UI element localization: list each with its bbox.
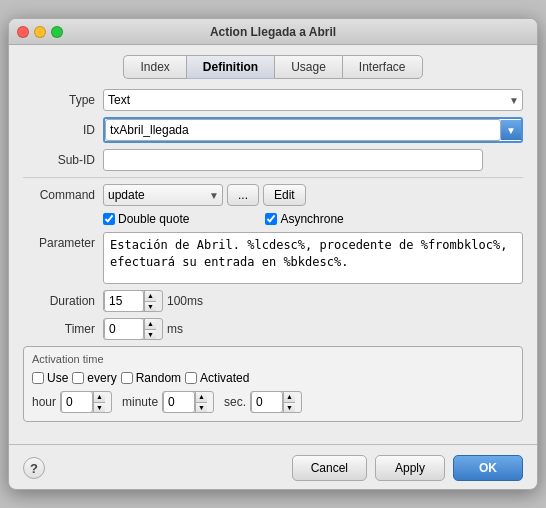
timer-spinner-buttons: ▲ ▼: [144, 319, 156, 339]
tab-bar: Index Definition Usage Interface: [23, 55, 523, 79]
timer-row: Timer 0 ▲ ▼ ms: [23, 318, 523, 340]
asynchrone-label: Asynchrone: [280, 212, 343, 226]
sec-spinner-buttons: ▲ ▼: [283, 392, 295, 412]
duration-row: Duration 15 ▲ ▼ 100ms: [23, 290, 523, 312]
hour-spinner: 0 ▲ ▼: [60, 391, 112, 413]
timer-spinner: 0 ▲ ▼: [103, 318, 163, 340]
sec-input[interactable]: 0: [251, 391, 283, 413]
subid-row: Sub-ID: [23, 149, 523, 171]
activated-checkbox-label[interactable]: Activated: [185, 371, 249, 385]
minute-down-button[interactable]: ▼: [196, 403, 207, 413]
minute-spinner: 0 ▲ ▼: [162, 391, 214, 413]
tab-index[interactable]: Index: [123, 55, 185, 79]
duration-up-button[interactable]: ▲: [145, 291, 156, 302]
parameter-textarea[interactable]: Estación de Abril. %lcdesc%, procedente …: [103, 232, 523, 284]
duration-down-button[interactable]: ▼: [145, 302, 156, 312]
tab-usage[interactable]: Usage: [274, 55, 342, 79]
timer-input[interactable]: 0: [104, 318, 144, 340]
duration-spinner: 15 ▲ ▼: [103, 290, 163, 312]
use-checkbox-label[interactable]: Use: [32, 371, 68, 385]
command-label: Command: [23, 188, 95, 202]
divider: [23, 177, 523, 178]
ok-button[interactable]: OK: [453, 455, 523, 481]
hour-input[interactable]: 0: [61, 391, 93, 413]
type-label: Type: [23, 93, 95, 107]
main-window: Action Llegada a Abril Index Definition …: [8, 18, 538, 490]
cancel-button[interactable]: Cancel: [292, 455, 367, 481]
timer-up-button[interactable]: ▲: [145, 319, 156, 330]
id-input[interactable]: txAbril_llegada: [105, 119, 501, 141]
random-label: Random: [136, 371, 181, 385]
type-select[interactable]: Text: [103, 89, 523, 111]
bottom-bar: ? Cancel Apply OK: [9, 444, 537, 489]
apply-button[interactable]: Apply: [375, 455, 445, 481]
checkboxes-row: Double quote Asynchrone: [103, 212, 523, 226]
use-label: Use: [47, 371, 68, 385]
tab-interface[interactable]: Interface: [342, 55, 423, 79]
maximize-button[interactable]: [51, 26, 63, 38]
traffic-lights: [17, 26, 63, 38]
hour-label: hour: [32, 395, 56, 409]
minute-label: minute: [122, 395, 158, 409]
close-button[interactable]: [17, 26, 29, 38]
asynchrone-checkbox-label[interactable]: Asynchrone: [265, 212, 343, 226]
content-area: Index Definition Usage Interface Type Te…: [9, 45, 537, 436]
activation-section: Activation time Use every Random Activa: [23, 346, 523, 422]
every-label: every: [87, 371, 116, 385]
hour-spinner-buttons: ▲ ▼: [93, 392, 105, 412]
every-checkbox[interactable]: [72, 372, 84, 384]
timer-down-button[interactable]: ▼: [145, 330, 156, 340]
command-controls: update ▼ ... Edit: [103, 184, 306, 206]
sec-up-button[interactable]: ▲: [284, 392, 295, 403]
id-label: ID: [23, 123, 95, 137]
command-select-wrapper: update ▼: [103, 184, 223, 206]
help-button[interactable]: ?: [23, 457, 45, 479]
every-checkbox-label[interactable]: every: [72, 371, 116, 385]
minute-input[interactable]: 0: [163, 391, 195, 413]
parameter-label: Parameter: [23, 236, 95, 250]
double-quote-checkbox-label[interactable]: Double quote: [103, 212, 189, 226]
action-buttons: Cancel Apply OK: [292, 455, 523, 481]
hour-up-button[interactable]: ▲: [94, 392, 105, 403]
minute-up-button[interactable]: ▲: [196, 392, 207, 403]
duration-input[interactable]: 15: [104, 290, 144, 312]
activated-checkbox[interactable]: [185, 372, 197, 384]
tab-definition[interactable]: Definition: [186, 55, 274, 79]
id-select-wrapper: txAbril_llegada ▼: [103, 117, 523, 143]
use-checkbox[interactable]: [32, 372, 44, 384]
asynchrone-checkbox[interactable]: [265, 213, 277, 225]
timer-label: Timer: [23, 322, 95, 336]
window-title: Action Llegada a Abril: [210, 25, 336, 39]
duration-spinner-buttons: ▲ ▼: [144, 291, 156, 311]
timer-unit: ms: [167, 322, 183, 336]
type-row: Type Text ▼: [23, 89, 523, 111]
sec-label: sec.: [224, 395, 246, 409]
dots-button[interactable]: ...: [227, 184, 259, 206]
subid-input[interactable]: [103, 149, 483, 171]
id-row: ID txAbril_llegada ▼: [23, 117, 523, 143]
random-checkbox-label[interactable]: Random: [121, 371, 181, 385]
type-select-wrapper: Text ▼: [103, 89, 523, 111]
command-select[interactable]: update: [103, 184, 223, 206]
command-row: Command update ▼ ... Edit: [23, 184, 523, 206]
activation-checkboxes-row: Use every Random Activated: [32, 371, 514, 385]
hour-down-button[interactable]: ▼: [94, 403, 105, 413]
sec-down-button[interactable]: ▼: [284, 403, 295, 413]
duration-label: Duration: [23, 294, 95, 308]
double-quote-label: Double quote: [118, 212, 189, 226]
time-fields-row: hour 0 ▲ ▼ minute 0 ▲ ▼ sec.: [32, 391, 514, 413]
edit-button[interactable]: Edit: [263, 184, 306, 206]
subid-label: Sub-ID: [23, 153, 95, 167]
sec-spinner: 0 ▲ ▼: [250, 391, 302, 413]
titlebar: Action Llegada a Abril: [9, 19, 537, 45]
activation-title: Activation time: [32, 353, 514, 365]
minute-spinner-buttons: ▲ ▼: [195, 392, 207, 412]
id-dropdown-button[interactable]: ▼: [501, 120, 521, 140]
double-quote-checkbox[interactable]: [103, 213, 115, 225]
random-checkbox[interactable]: [121, 372, 133, 384]
parameter-row: Parameter Estación de Abril. %lcdesc%, p…: [23, 232, 523, 284]
activated-label: Activated: [200, 371, 249, 385]
minimize-button[interactable]: [34, 26, 46, 38]
duration-unit: 100ms: [167, 294, 203, 308]
